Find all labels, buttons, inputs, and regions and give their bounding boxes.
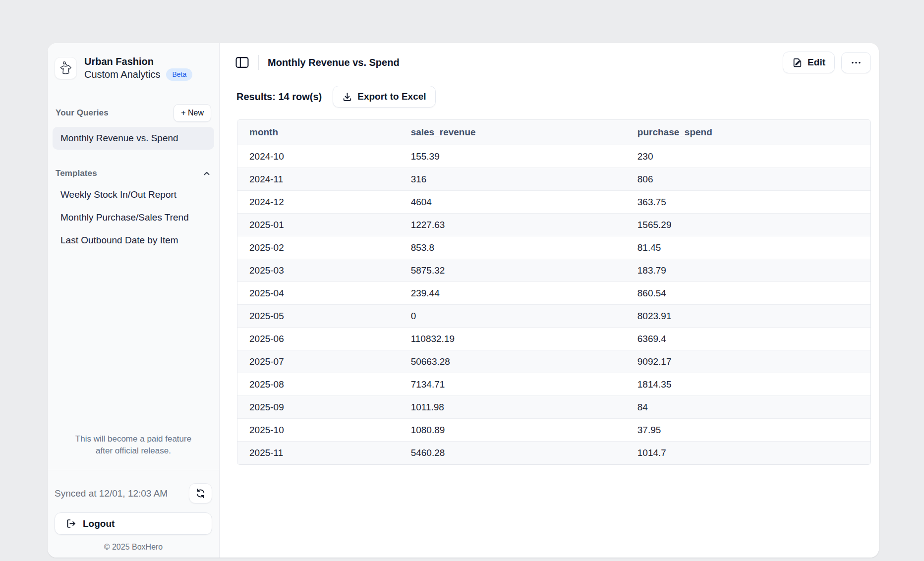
export-to-excel-button[interactable]: Export to Excel: [333, 86, 435, 108]
table-cell: 853.8: [399, 236, 626, 259]
logout-icon: [66, 518, 76, 529]
table-cell: 1227.63: [399, 214, 626, 236]
edit-icon: [792, 57, 803, 68]
column-header: purchase_spend: [626, 120, 870, 145]
sidebar-query-item[interactable]: Monthly Revenue vs. Spend: [53, 127, 214, 150]
table-cell: 316: [399, 168, 626, 191]
table-cell: 1814.35: [626, 373, 870, 396]
sidebar-template-item[interactable]: Last Outbound Date by Item: [53, 229, 214, 252]
table-cell: 2025-07: [237, 350, 399, 373]
table-cell: 2024-11: [237, 168, 399, 191]
table-row: 2025-0508023.91: [237, 305, 870, 328]
table-cell: 1011.98: [399, 396, 626, 419]
copyright-text: © 2025 BoxHero: [55, 543, 212, 552]
table-cell: 155.39: [399, 145, 626, 168]
table-cell: 5875.32: [399, 259, 626, 282]
queries-list: Monthly Revenue vs. Spend: [48, 127, 219, 150]
templates-header[interactable]: Templates: [56, 168, 211, 178]
table-cell: 7134.71: [399, 373, 626, 396]
table-row: 2025-087134.711814.35: [237, 373, 870, 396]
sidebar-spacer: [48, 252, 219, 433]
sidebar-template-item[interactable]: Monthly Purchase/Sales Trend: [53, 206, 214, 229]
table-cell: 110832.19: [399, 328, 626, 350]
table-cell: 230: [626, 145, 870, 168]
brand-logo: [55, 57, 77, 79]
new-query-button[interactable]: + New: [173, 104, 211, 122]
results-row: Results: 14 row(s) Export to Excel: [236, 86, 871, 108]
table-cell: 2024-10: [237, 145, 399, 168]
brand-header: Urban Fashion Custom Analytics Beta: [48, 43, 219, 81]
page-title: Monthly Revenue vs. Spend: [268, 57, 400, 68]
chevron-up-icon: [202, 169, 211, 178]
table-cell: 239.44: [399, 282, 626, 305]
templates-label: Templates: [56, 168, 97, 178]
table-cell: 2025-03: [237, 259, 399, 282]
table-cell: 50663.28: [399, 350, 626, 373]
download-icon: [342, 92, 352, 102]
table-cell: 84: [626, 396, 870, 419]
sync-status-text: Synced at 12/01, 12:03 AM: [55, 488, 168, 499]
beta-badge: Beta: [166, 68, 192, 81]
table-cell: 1565.29: [626, 214, 870, 236]
table-cell: 9092.17: [626, 350, 870, 373]
table-row: 2025-091011.9884: [237, 396, 870, 419]
table-cell: 6369.4: [626, 328, 870, 350]
table-cell: 2025-06: [237, 328, 399, 350]
table-cell: 2025-08: [237, 373, 399, 396]
table-cell: 0: [399, 305, 626, 328]
templates-list: Weekly Stock In/Out ReportMonthly Purcha…: [48, 183, 219, 252]
sidebar-footer: Synced at 12/01, 12:03 AM: [48, 470, 219, 558]
table-row: 2024-124604363.75: [237, 191, 870, 214]
refresh-button[interactable]: [189, 483, 212, 504]
table-cell: 183.79: [626, 259, 870, 282]
table-header-row: monthsales_revenuepurchase_spend: [237, 120, 870, 145]
table-row: 2025-06110832.196369.4: [237, 328, 870, 350]
edit-button-label: Edit: [808, 57, 825, 68]
results-count-label: Results: 14 row(s): [236, 91, 322, 103]
edit-button[interactable]: Edit: [783, 52, 835, 73]
results-table: monthsales_revenuepurchase_spend 2024-10…: [237, 119, 871, 465]
table-row: 2025-101080.8937.95: [237, 419, 870, 442]
brand-app-name: Custom Analytics: [84, 68, 160, 81]
main-area: Monthly Revenue vs. Spend Edit: [220, 43, 879, 558]
table-cell: 1014.7: [626, 442, 870, 464]
table-row: 2025-115460.281014.7: [237, 442, 870, 464]
table-cell: 1080.89: [399, 419, 626, 442]
logout-button[interactable]: Logout: [55, 512, 212, 535]
table-cell: 81.45: [626, 236, 870, 259]
header-divider: [258, 55, 259, 70]
logout-label: Logout: [83, 518, 115, 529]
column-header: sales_revenue: [399, 120, 626, 145]
export-button-label: Export to Excel: [357, 91, 426, 102]
table-cell: 2025-11: [237, 442, 399, 464]
table-row: 2024-11316806: [237, 168, 870, 191]
table-body: 2024-10155.392302024-113168062024-124604…: [237, 145, 870, 464]
table-row: 2025-02853.881.45: [237, 236, 870, 259]
table-cell: 2025-02: [237, 236, 399, 259]
brand-company-name: Urban Fashion: [84, 55, 192, 68]
main-header: Monthly Revenue vs. Spend Edit: [220, 43, 879, 74]
table-cell: 860.54: [626, 282, 870, 305]
table-row: 2025-04239.44860.54: [237, 282, 870, 305]
refresh-icon: [195, 488, 206, 499]
table-cell: 5460.28: [399, 442, 626, 464]
more-options-button[interactable]: [841, 52, 871, 73]
column-header: month: [237, 120, 399, 145]
table-cell: 4604: [399, 191, 626, 214]
panel-left-icon: [235, 56, 249, 68]
table-cell: 37.95: [626, 419, 870, 442]
sidebar-toggle-button[interactable]: [232, 53, 251, 72]
brand-text: Urban Fashion Custom Analytics Beta: [84, 55, 192, 81]
table-cell: 806: [626, 168, 870, 191]
your-queries-label: Your Queries: [56, 108, 109, 118]
tshirt-on-hanger-icon: [58, 60, 73, 75]
app-panel: Urban Fashion Custom Analytics Beta Your…: [48, 43, 879, 558]
table-row: 2025-011227.631565.29: [237, 214, 870, 236]
sidebar-template-item[interactable]: Weekly Stock In/Out Report: [53, 183, 214, 206]
sidebar: Urban Fashion Custom Analytics Beta Your…: [48, 43, 220, 558]
table-cell: 363.75: [626, 191, 870, 214]
paid-feature-notice: This will become a paid featureafter off…: [58, 433, 209, 457]
table-cell: 2025-10: [237, 419, 399, 442]
table-cell: 2025-01: [237, 214, 399, 236]
table-cell: 2025-04: [237, 282, 399, 305]
